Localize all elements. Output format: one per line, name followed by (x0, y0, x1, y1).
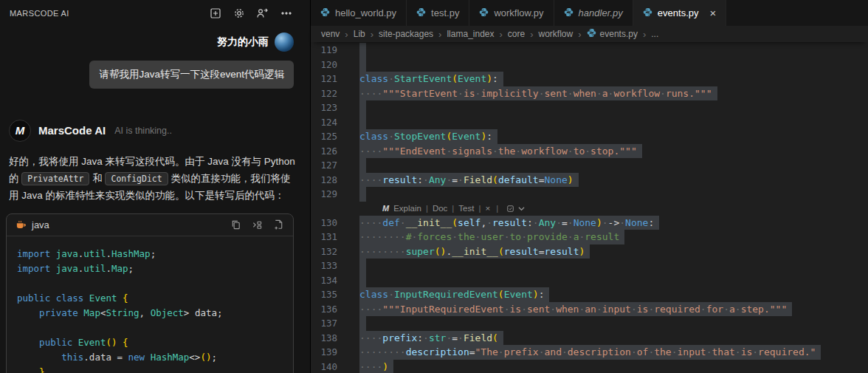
more-icon[interactable] (280, 7, 292, 19)
editor-line: 129 (311, 187, 868, 202)
line-content: ········description="The·prefix·and·desc… (359, 345, 821, 360)
line-number: 121 (311, 72, 337, 86)
line-content: ····"""StartEvent·is·implicitly·sent·whe… (359, 86, 717, 101)
editor-line: 133 (311, 259, 868, 273)
editor-line: 125class·StopEvent(Event): (311, 129, 868, 144)
breadcrumb-item[interactable]: site-packages (379, 29, 433, 39)
panel-title: MARSCODE AI (10, 9, 69, 18)
python-icon (643, 7, 652, 19)
selection-highlight: ····prefix:·str·=·Field( (359, 331, 503, 346)
breadcrumb-item[interactable]: llama_index (447, 29, 494, 39)
selection-highlight: ········#·forces·the·user·to·provide·a·r… (359, 230, 624, 244)
line-number: 135 (311, 287, 337, 302)
breadcrumb-item[interactable]: ... (651, 29, 658, 39)
python-icon (587, 28, 596, 40)
codelens-action-explain[interactable]: Explain (393, 202, 421, 216)
breadcrumb-item[interactable]: Lib (354, 29, 365, 39)
line-content (359, 158, 366, 173)
breadcrumb-separator-icon: › (345, 29, 348, 40)
codelens-action-test[interactable]: Test (458, 202, 474, 216)
codelens-extra[interactable]: | (492, 202, 525, 216)
python-icon (479, 7, 489, 19)
tab-test-py[interactable]: test.py (407, 0, 469, 26)
editor-line: 138····prefix:·str·=·Field( (311, 331, 868, 346)
python-icon (564, 7, 574, 19)
selection-highlight: ····"""StartEvent·is·implicitly·sent·whe… (359, 86, 717, 101)
breadcrumb-separator-icon: › (643, 29, 646, 40)
editor-line: 137 (311, 316, 868, 331)
line-content (359, 259, 366, 273)
tab-label: test.py (431, 7, 459, 18)
breadcrumb-separator-icon: › (500, 29, 503, 40)
editor-line: 135class·InputRequiredEvent(Event): (311, 287, 868, 302)
line-content: class·InputRequiredEvent(Event): (359, 287, 549, 302)
selection-stub (359, 100, 366, 115)
breadcrumb-item[interactable]: venv (321, 29, 340, 39)
breadcrumb-item[interactable]: core (508, 29, 525, 39)
selection-highlight: ········super().__init__(result=result) (359, 244, 590, 259)
new-file-icon[interactable] (273, 219, 284, 230)
line-content (359, 273, 366, 288)
tab-label: events.py (658, 7, 699, 18)
line-number: 133 (311, 259, 337, 273)
breadcrumb-separator-icon: › (438, 29, 441, 40)
editor-line: 134 (311, 273, 868, 288)
tab-hello_world-py[interactable]: hello_world.py (311, 0, 407, 26)
line-number: 138 (311, 331, 337, 346)
line-number: 139 (311, 345, 337, 360)
line-content: ····prefix:·str·=·Field( (359, 331, 503, 346)
assistant-message: 好的，我将使用 Java 来转写这段代码。由于 Java 没有与 Python … (9, 153, 295, 205)
line-content: ········super().__init__(result=result) (359, 244, 590, 259)
selection-stub (359, 115, 366, 130)
editor-line: 131········#·forces·the·user·to·provide·… (311, 230, 868, 244)
code-line: public class Event { (17, 291, 283, 306)
editor-line: 127 (311, 158, 868, 173)
editor-line: 128····result:·Any·=·Field(default=None) (311, 173, 868, 188)
settings-gear-icon[interactable] (232, 7, 245, 19)
editor-line: 120 (311, 58, 868, 72)
line-number: 131 (311, 230, 337, 244)
codelens-action-x[interactable]: × (485, 202, 490, 216)
editor-line: 124 (311, 115, 868, 130)
code-line: import java.util.Map; (17, 261, 283, 276)
breadcrumb-separator-icon: › (578, 29, 581, 40)
line-content: ····) (359, 360, 393, 373)
line-number: 119 (311, 43, 337, 58)
inline-code-chip: ConfigDict (105, 172, 168, 185)
chat-panel-header: MARSCODE AI (0, 0, 310, 21)
tab-events-py[interactable]: events.py× (633, 0, 726, 26)
selection-highlight: ····def·__init__(self,·result:·Any·=·Non… (359, 216, 659, 230)
breadcrumb-label: workflow (539, 29, 574, 39)
codelens-action-doc[interactable]: Doc (433, 202, 447, 216)
breadcrumb-separator-icon: › (530, 29, 533, 40)
editor-line: 136····"""InputRequiredEvent·is·sent·whe… (311, 302, 868, 317)
tab-handler-py[interactable]: handler.py (554, 0, 633, 26)
breadcrumb: venv›Lib›site-packages›llama_index›core›… (311, 26, 868, 42)
line-content: ····"""EndEvent·signals·the·workflow·to·… (359, 144, 642, 159)
line-number: 125 (311, 129, 337, 144)
line-content: class·StartEvent(Event): (359, 72, 503, 86)
editor-line: 123 (311, 100, 868, 115)
new-chat-icon[interactable] (209, 7, 221, 19)
assistant-status: AI is thinking.. (114, 126, 172, 136)
code-area[interactable]: 119120121class·StartEvent(Event):122····… (311, 42, 868, 373)
code-line: public Event() { (17, 335, 283, 350)
profile-share-icon[interactable] (256, 7, 269, 19)
copy-icon[interactable] (230, 219, 241, 230)
tab-workflow-py[interactable]: workflow.py (469, 0, 554, 26)
line-number: 134 (311, 273, 337, 288)
selection-highlight: ····) (359, 360, 393, 373)
line-content: ····def·__init__(self,·result:·Any·=·Non… (359, 216, 659, 230)
breadcrumb-item[interactable]: workflow (539, 29, 574, 39)
line-number: 124 (311, 115, 337, 130)
breadcrumb-item[interactable]: events.py (587, 28, 638, 40)
selection-stub (359, 273, 366, 288)
insert-code-icon[interactable] (252, 219, 263, 230)
line-content (359, 316, 366, 331)
selection-highlight: class·StopEvent(Event): (359, 129, 497, 144)
close-icon[interactable]: × (710, 7, 717, 18)
selection-highlight: ····result:·Any·=·Field(default=None) (359, 173, 579, 188)
user-row: 努力的小雨 (0, 32, 294, 52)
code-line: import java.util.HashMap; (17, 247, 283, 261)
line-content (359, 43, 366, 58)
